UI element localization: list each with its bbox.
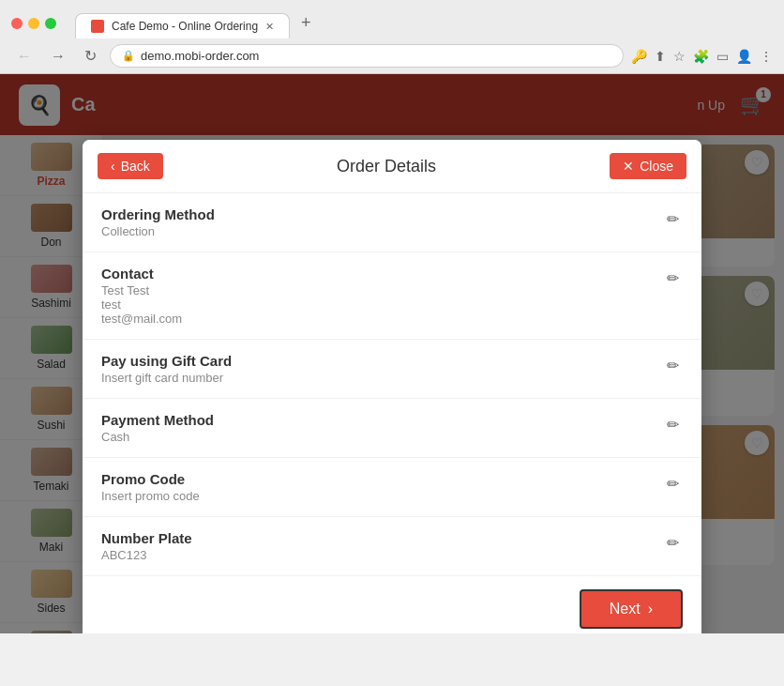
promo-code-label: Promo Code xyxy=(101,471,663,487)
detail-row-ordering-method: Ordering Method Collection ✏ xyxy=(83,193,701,252)
detail-row-payment-method: Payment Method Cash ✏ xyxy=(83,399,701,458)
star-icon[interactable]: ☆ xyxy=(673,49,686,64)
detail-content-payment-method: Payment Method Cash xyxy=(101,412,663,444)
browser-titlebar: Cafe Demo - Online Ordering ✕ + xyxy=(0,0,784,38)
detail-content-promo-code: Promo Code Insert promo code xyxy=(101,471,663,503)
traffic-light-red[interactable] xyxy=(11,18,23,29)
promo-code-value: Insert promo code xyxy=(101,489,663,503)
detail-content-number-plate: Number Plate ABC123 xyxy=(101,530,663,562)
next-chevron-icon: › xyxy=(648,601,653,617)
number-plate-value: ABC123 xyxy=(101,548,663,562)
browser-chrome: Cafe Demo - Online Ordering ✕ + ← → ↻ 🔒 … xyxy=(0,0,784,74)
order-details-modal: ‹ Back Order Details ✕ Close Ordering Me… xyxy=(83,140,701,633)
modal-header: ‹ Back Order Details ✕ Close xyxy=(83,140,701,193)
contact-label: Contact xyxy=(101,266,663,282)
back-button[interactable]: ← xyxy=(11,46,38,67)
payment-method-label: Payment Method xyxy=(101,412,663,428)
modal-body: Ordering Method Collection ✏ Contact Tes… xyxy=(83,193,701,576)
close-button-label: Close xyxy=(640,159,673,174)
detail-row-number-plate: Number Plate ABC123 ✏ xyxy=(83,517,701,576)
forward-button[interactable]: → xyxy=(45,46,71,67)
next-button-label: Next xyxy=(610,601,641,617)
refresh-button[interactable]: ↻ xyxy=(79,45,102,67)
gift-card-value: Insert gift card number xyxy=(101,371,663,385)
browser-tab[interactable]: Cafe Demo - Online Ordering ✕ xyxy=(75,13,290,38)
puzzle-icon[interactable]: 🧩 xyxy=(693,49,709,64)
browser-nav: ← → ↻ 🔒 demo.mobi-order.com 🔑 ⬆ ☆ 🧩 ▭ 👤 … xyxy=(0,38,784,73)
detail-row-promo-code: Promo Code Insert promo code ✏ xyxy=(83,458,701,517)
nav-extras: 🔑 ⬆ ☆ 🧩 ▭ 👤 ⋮ xyxy=(631,49,773,64)
modal-title: Order Details xyxy=(163,157,610,176)
modal-overlay: ‹ Back Order Details ✕ Close Ordering Me… xyxy=(0,74,784,633)
back-chevron-icon: ‹ xyxy=(111,159,115,174)
modal-close-button[interactable]: ✕ Close xyxy=(610,153,686,179)
number-plate-label: Number Plate xyxy=(101,530,663,546)
lock-icon: 🔒 xyxy=(122,50,135,62)
tab-close-icon[interactable]: ✕ xyxy=(265,21,274,33)
traffic-lights xyxy=(11,18,56,29)
edit-gift-card-button[interactable]: ✏ xyxy=(663,353,683,378)
detail-row-contact: Contact Test Test test test@mail.com ✏ xyxy=(83,252,701,340)
detail-content-gift-card: Pay using Gift Card Insert gift card num… xyxy=(101,353,663,385)
sidebar-toggle-icon[interactable]: ▭ xyxy=(716,49,729,64)
close-x-icon: ✕ xyxy=(623,159,634,174)
detail-content-contact: Contact Test Test test test@mail.com xyxy=(101,266,663,326)
gift-card-label: Pay using Gift Card xyxy=(101,353,663,369)
traffic-light-yellow[interactable] xyxy=(28,18,39,29)
contact-value: Test Test test test@mail.com xyxy=(101,283,663,326)
tab-favicon xyxy=(91,20,104,33)
browser-tabs: Cafe Demo - Online Ordering ✕ + xyxy=(75,8,323,38)
detail-content-ordering-method: Ordering Method Collection xyxy=(101,206,663,238)
key-icon[interactable]: 🔑 xyxy=(631,49,647,64)
tab-title: Cafe Demo - Online Ordering xyxy=(112,20,258,33)
address-text: demo.mobi-order.com xyxy=(141,49,259,63)
edit-ordering-method-button[interactable]: ✏ xyxy=(663,206,683,232)
menu-icon[interactable]: ⋮ xyxy=(760,49,773,64)
detail-row-gift-card: Pay using Gift Card Insert gift card num… xyxy=(83,340,701,399)
payment-method-value: Cash xyxy=(101,430,663,444)
edit-contact-button[interactable]: ✏ xyxy=(663,266,683,291)
modal-footer: Next › xyxy=(83,576,701,633)
new-tab-button[interactable]: + xyxy=(290,8,323,38)
ordering-method-value: Collection xyxy=(101,224,663,238)
edit-payment-method-button[interactable]: ✏ xyxy=(663,412,683,437)
ordering-method-label: Ordering Method xyxy=(101,206,663,222)
edit-promo-code-button[interactable]: ✏ xyxy=(663,471,683,496)
address-bar[interactable]: 🔒 demo.mobi-order.com xyxy=(110,44,624,68)
traffic-light-green[interactable] xyxy=(45,18,56,29)
back-button-label: Back xyxy=(121,159,150,174)
page: 🍳 Ca n Up 🛒 1 Pizza Don Sashimi xyxy=(0,74,784,633)
next-button[interactable]: Next › xyxy=(580,589,683,629)
share-icon[interactable]: ⬆ xyxy=(655,49,666,64)
profile-icon[interactable]: 👤 xyxy=(736,49,752,64)
modal-back-button[interactable]: ‹ Back xyxy=(98,153,163,179)
edit-number-plate-button[interactable]: ✏ xyxy=(663,530,683,556)
